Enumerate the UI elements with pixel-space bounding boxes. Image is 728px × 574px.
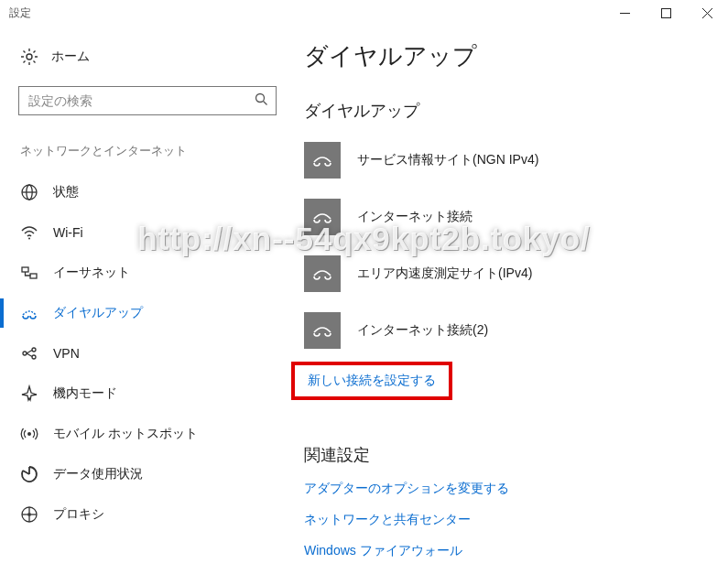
- svg-line-6: [264, 102, 267, 105]
- connection-item[interactable]: エリア内速度測定サイト(IPv4): [304, 255, 710, 292]
- svg-rect-1: [662, 8, 671, 17]
- close-button[interactable]: [687, 0, 728, 26]
- svg-point-5: [256, 94, 265, 103]
- sidebar-item-label: VPN: [53, 346, 80, 361]
- airplane-icon: [20, 384, 38, 403]
- proxy-icon: [20, 505, 38, 524]
- sidebar-item-label: ダイヤルアップ: [53, 305, 143, 321]
- sidebar-item-label: イーサネット: [53, 265, 130, 281]
- dialup-icon: [20, 304, 38, 322]
- maximize-button[interactable]: [646, 0, 687, 26]
- content-pane: ダイヤルアップ ダイヤルアップ サービス情報サイト(NGN IPv4) インター…: [284, 27, 728, 574]
- sidebar-item-label: データ使用状況: [53, 466, 143, 482]
- svg-rect-11: [22, 267, 28, 272]
- svg-rect-12: [30, 274, 37, 278]
- phone-icon: [304, 199, 341, 235]
- sidebar-item-airplane[interactable]: 機内モード: [0, 374, 284, 414]
- new-connection-highlight: 新しい接続を設定する: [304, 369, 710, 422]
- datausage-icon: [20, 465, 38, 483]
- connection-label: エリア内速度測定サイト(IPv4): [357, 265, 532, 282]
- ethernet-icon: [20, 264, 38, 282]
- phone-icon: [304, 255, 341, 292]
- maximize-icon: [661, 8, 671, 18]
- sidebar-item-label: 状態: [53, 184, 79, 200]
- vpn-icon: [20, 344, 38, 363]
- close-icon: [702, 8, 712, 18]
- wifi-icon: [20, 223, 38, 242]
- section-title: ダイヤルアップ: [304, 100, 710, 122]
- sidebar-item-wifi[interactable]: Wi-Fi: [0, 212, 284, 253]
- sidebar-item-status[interactable]: 状態: [0, 172, 284, 212]
- titlebar: 設定: [0, 0, 728, 27]
- sidebar-nav: 状態 Wi-Fi イーサネット ダイヤルアップ: [0, 172, 284, 535]
- gear-icon: [20, 48, 38, 66]
- svg-point-13: [23, 352, 27, 355]
- window-title: 設定: [0, 0, 40, 21]
- connection-label: インターネット接続: [357, 209, 473, 225]
- sidebar-item-label: プロキシ: [53, 506, 104, 523]
- sidebar-home[interactable]: ホーム: [18, 48, 266, 66]
- sidebar-home-label: ホーム: [51, 49, 90, 65]
- connection-label: サービス情報サイト(NGN IPv4): [357, 152, 538, 168]
- related-link-sharing-center[interactable]: ネットワークと共有センター: [304, 512, 471, 528]
- new-connection-link[interactable]: 新しい接続を設定する: [308, 373, 436, 389]
- sidebar-item-label: Wi-Fi: [53, 225, 83, 240]
- search-box[interactable]: [18, 86, 277, 115]
- globe-icon: [20, 183, 38, 201]
- sidebar-category: ネットワークとインターネット: [18, 143, 266, 159]
- search-input[interactable]: [28, 93, 255, 108]
- svg-point-15: [32, 355, 36, 359]
- svg-line-16: [27, 351, 32, 354]
- page-title: ダイヤルアップ: [304, 40, 710, 72]
- sidebar-item-datausage[interactable]: データ使用状況: [0, 454, 284, 494]
- connection-list: サービス情報サイト(NGN IPv4) インターネット接続 エリア内速度測定サイ…: [304, 142, 710, 349]
- svg-point-10: [28, 238, 30, 240]
- search-icon: [255, 92, 268, 109]
- minimize-button[interactable]: [604, 0, 646, 26]
- svg-line-17: [27, 353, 32, 357]
- svg-point-22: [27, 513, 31, 516]
- related-link-firewall[interactable]: Windows ファイアウォール: [304, 543, 462, 559]
- svg-point-4: [27, 54, 32, 60]
- svg-point-14: [32, 348, 36, 352]
- related-link-adapter-options[interactable]: アダプターのオプションを変更する: [304, 481, 509, 497]
- connection-label: インターネット接続(2): [357, 322, 488, 339]
- sidebar-item-label: モバイル ホットスポット: [53, 426, 198, 442]
- connection-item[interactable]: サービス情報サイト(NGN IPv4): [304, 142, 710, 179]
- sidebar: ホーム ネットワークとインターネット 状態 Wi-Fi: [0, 27, 284, 574]
- related-settings-title: 関連設定: [304, 444, 710, 466]
- sidebar-item-dialup[interactable]: ダイヤルアップ: [0, 293, 284, 333]
- minimize-icon: [620, 8, 630, 18]
- sidebar-item-hotspot[interactable]: モバイル ホットスポット: [0, 414, 284, 454]
- sidebar-item-proxy[interactable]: プロキシ: [0, 494, 284, 535]
- phone-icon: [304, 142, 341, 179]
- phone-icon: [304, 312, 341, 349]
- sidebar-item-vpn[interactable]: VPN: [0, 333, 284, 374]
- svg-line-20: [23, 471, 29, 474]
- connection-item[interactable]: インターネット接続: [304, 199, 710, 235]
- connection-item[interactable]: インターネット接続(2): [304, 312, 710, 349]
- hotspot-icon: [20, 425, 38, 443]
- svg-point-18: [27, 432, 31, 436]
- sidebar-item-ethernet[interactable]: イーサネット: [0, 253, 284, 293]
- sidebar-item-label: 機内モード: [53, 385, 117, 402]
